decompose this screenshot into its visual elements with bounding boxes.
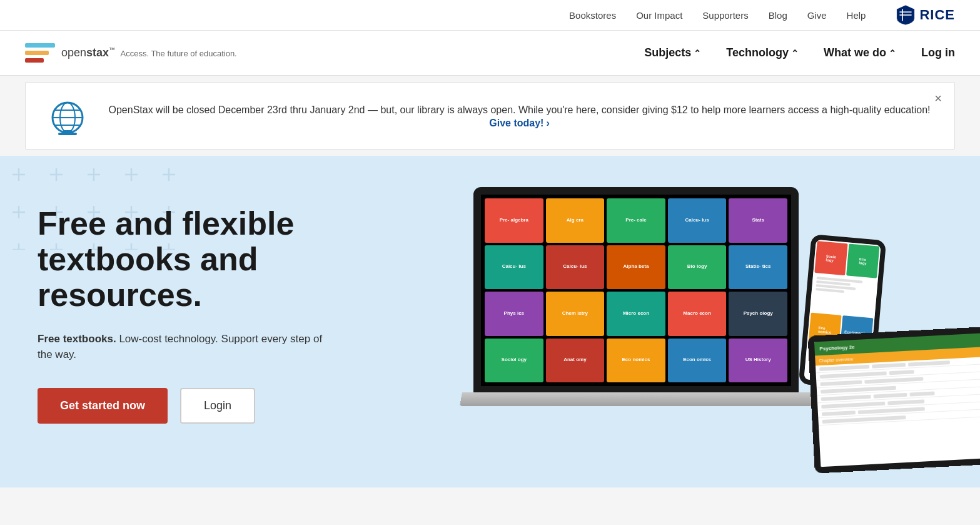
hero-buttons: Get started now Login: [38, 388, 338, 424]
login-nav-item[interactable]: Log in: [921, 46, 955, 59]
book-tile: Macro econ: [668, 292, 727, 336]
book-tile: US History: [729, 339, 787, 383]
globe-icon: [46, 94, 89, 138]
subjects-chevron-icon: ⌃: [694, 48, 701, 58]
blog-link[interactable]: Blog: [769, 10, 787, 21]
rice-shield-icon: [896, 4, 916, 26]
book-tile: Micro econ: [607, 292, 665, 336]
tablet-screen: Psychology 2e Chapter overview: [814, 333, 980, 467]
subjects-label: Subjects: [644, 46, 691, 59]
book-tile: Eco nomics: [607, 339, 665, 383]
what-we-do-chevron-icon: ⌃: [889, 48, 896, 58]
our-impact-link[interactable]: Our Impact: [636, 10, 682, 21]
banner-close-button[interactable]: ×: [934, 91, 942, 106]
book-tile: Statis- tics: [729, 245, 787, 290]
book-tile: Alg era: [546, 198, 605, 243]
banner-content: OpenStax will be closed December 23rd th…: [104, 103, 934, 129]
subjects-nav-item[interactable]: Subjects ⌃: [644, 46, 701, 59]
book-tile: Pre- algebra: [485, 198, 543, 243]
tablet-mockup: Psychology 2e Chapter overview: [807, 326, 980, 473]
logo-bar-cyan: [25, 43, 55, 48]
technology-nav-item[interactable]: Technology ⌃: [726, 46, 799, 59]
svg-rect-6: [58, 133, 77, 135]
get-started-button[interactable]: Get started now: [38, 388, 168, 424]
give-today-link[interactable]: Give today! ›: [489, 118, 549, 129]
book-tile: Econ omics: [668, 339, 727, 383]
rice-text: RICE: [919, 7, 955, 23]
book-tile: Calcu- lus: [546, 245, 605, 290]
laptop-screen: Pre- algebraAlg eraPre- calcCalcu- lusSt…: [473, 187, 799, 394]
bookstores-link[interactable]: Bookstores: [569, 10, 616, 21]
login-button[interactable]: Login: [180, 388, 255, 424]
give-link[interactable]: Give: [807, 10, 827, 21]
book-tile: Chem istry: [546, 292, 605, 336]
logo-bar-yellow: [25, 51, 49, 55]
book-tile: Sociol ogy: [485, 339, 543, 383]
what-we-do-label: What we do: [824, 46, 886, 59]
hero-title: Free and flexible textbooks and resource…: [38, 206, 338, 313]
utility-bar: Bookstores Our Impact Supporters Blog Gi…: [0, 0, 980, 31]
book-tile: Anat omy: [546, 339, 605, 383]
book-tile: Alpha beta: [607, 245, 665, 290]
book-tile: Calcu- lus: [668, 198, 727, 243]
laptop-base: [460, 392, 812, 405]
logo-area: openstax™ Access. The future of educatio…: [25, 41, 644, 66]
chevron-right-icon: ›: [546, 118, 549, 129]
book-tile: Calcu- lus: [485, 245, 543, 290]
supporters-link[interactable]: Supporters: [702, 10, 748, 21]
rice-logo: RICE: [896, 4, 955, 26]
book-tile: Phys ics: [485, 292, 543, 336]
logo-wordmark: openstax™ Access. The future of educatio…: [61, 46, 237, 59]
banner-message: OpenStax will be closed December 23rd th…: [104, 103, 934, 118]
hero-content: Free and flexible textbooks and resource…: [0, 156, 375, 474]
nav-links: Subjects ⌃ Technology ⌃ What we do ⌃ Log…: [644, 46, 955, 59]
book-tile: Psych ology: [729, 292, 787, 336]
book-tile: Bio logy: [668, 245, 727, 290]
book-tile: Pre- calc: [607, 198, 665, 243]
logo-bar-red: [25, 58, 44, 63]
hero-section: Free and flexible textbooks and resource…: [0, 156, 980, 487]
openstax-logo-icon: [25, 41, 55, 66]
hero-subtitle-bold: Free textbooks.: [38, 333, 116, 345]
main-nav: openstax™ Access. The future of educatio…: [0, 31, 980, 76]
technology-chevron-icon: ⌃: [791, 48, 799, 58]
help-link[interactable]: Help: [847, 10, 866, 21]
announcement-banner: OpenStax will be closed December 23rd th…: [25, 82, 955, 150]
hero-devices: Pre- algebraAlg eraPre- calcCalcu- lusSt…: [473, 175, 980, 487]
book-tile: Stats: [729, 198, 787, 243]
hero-subtitle: Free textbooks. Low-cost technology. Sup…: [38, 331, 338, 363]
technology-label: Technology: [726, 46, 789, 59]
what-we-do-nav-item[interactable]: What we do ⌃: [824, 46, 896, 59]
laptop-mockup: Pre- algebraAlg eraPre- calcCalcu- lusSt…: [473, 187, 824, 425]
